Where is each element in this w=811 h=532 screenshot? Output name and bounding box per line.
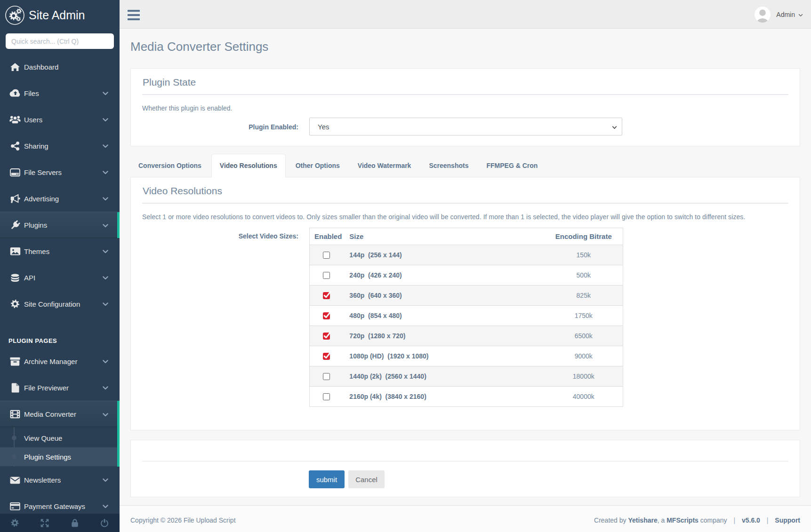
users-icon (9, 115, 21, 124)
plugin-state-title: Plugin State (142, 74, 788, 95)
resolution-size: 720p (1280 x 720) (349, 332, 405, 340)
support-link[interactable]: Support (775, 516, 800, 524)
gears-logo-icon (5, 6, 24, 25)
resolution-checkbox[interactable] (323, 373, 330, 380)
table-row: 480p (854 x 480)1750k (310, 306, 623, 326)
sidebar-item-advertising[interactable]: Advertising (0, 185, 120, 212)
tab-screenshots[interactable]: Screenshots (421, 154, 476, 177)
sidebar-menu: Dashboard Files Users Sharing File Serve… (0, 54, 120, 519)
settings-icon[interactable] (0, 514, 30, 532)
sidebar-item-dashboard[interactable]: Dashboard (0, 54, 120, 80)
sidebar-item-newsletters[interactable]: Newsletters (0, 467, 120, 493)
sidebar-item-users[interactable]: Users (0, 106, 120, 133)
resolution-size: 240p (426 x 240) (349, 271, 401, 279)
tab-video-watermark[interactable]: Video Watermark (350, 154, 419, 177)
video-sizes-table: Enabled Size Encoding Bitrate 144p (256 … (309, 228, 623, 407)
menu-toggle-icon[interactable] (128, 10, 140, 20)
actions-panel: submit Cancel (130, 440, 800, 497)
credits-text: Created by Yetishare, a MFScripts compan… (594, 516, 800, 524)
database-icon (9, 274, 21, 282)
chevron-down-icon (103, 300, 108, 308)
cancel-button[interactable]: Cancel (348, 470, 385, 488)
plug-icon (9, 220, 21, 230)
cloud-upload-icon (9, 89, 21, 97)
home-icon (9, 63, 21, 71)
fullscreen-icon[interactable] (30, 514, 60, 532)
table-row: 2160p (4k) (3840 x 2160)40000k (310, 387, 623, 407)
table-row: 1440p (2k) (2560 x 1440)18000k (310, 366, 623, 387)
sidebar-item-plugins[interactable]: Plugins (0, 212, 120, 238)
chevron-down-icon (103, 221, 108, 230)
resolution-checkbox[interactable] (323, 393, 330, 400)
lock-icon[interactable] (60, 514, 90, 532)
video-resolutions-description: Select 1 or more video resolutions to co… (142, 213, 788, 221)
sidebar-item-api[interactable]: API (0, 264, 120, 291)
chevron-down-icon (103, 502, 108, 510)
sidebar-item-file-previewer[interactable]: File Previewer (0, 374, 120, 401)
brand[interactable]: Site Admin (0, 0, 120, 30)
brand-title: Site Admin (29, 8, 85, 22)
video-resolutions-panel: Video Resolutions Select 1 or more video… (130, 177, 800, 430)
chevron-down-icon (103, 410, 108, 419)
resolution-checkbox[interactable] (323, 252, 330, 259)
plugin-enabled-label: Plugin Enabled: (142, 118, 309, 135)
table-row: 240p (426 x 240)500k (310, 265, 623, 286)
mfscripts-link[interactable]: MFScripts (666, 516, 699, 524)
tab-conversion-options[interactable]: Conversion Options (130, 154, 209, 177)
footer: Copyright © 2026 File Upload Script Crea… (120, 505, 811, 532)
resolution-checkbox[interactable] (323, 272, 330, 279)
sidebar-item-themes[interactable]: Themes (0, 238, 120, 264)
chevron-down-icon (103, 194, 108, 203)
resolution-checkbox[interactable] (323, 353, 330, 360)
resolution-bitrate: 40000k (545, 387, 623, 407)
envelope-icon (9, 476, 21, 484)
avatar (755, 7, 771, 23)
submit-button[interactable]: submit (309, 470, 345, 488)
sidebar-subitem-view-queue[interactable]: View Queue (0, 429, 120, 447)
resolution-bitrate: 18000k (545, 366, 623, 387)
power-icon[interactable] (90, 514, 120, 532)
table-row: 1080p (HD) (1920 x 1080)9000k (310, 346, 623, 366)
sidebar-item-media-converter[interactable]: Media Converter (0, 401, 120, 427)
plugin-enabled-select[interactable]: Yes (309, 118, 622, 135)
resolution-bitrate: 500k (545, 265, 623, 286)
column-enabled: Enabled (310, 228, 346, 245)
resolution-bitrate: 6500k (545, 326, 623, 346)
user-menu[interactable]: Admin (755, 0, 803, 29)
gear-icon (9, 299, 21, 309)
topbar: Admin (120, 0, 811, 29)
settings-tabs: Conversion Options Video Resolutions Oth… (130, 154, 800, 177)
image-icon (9, 247, 21, 255)
search-input[interactable] (6, 33, 114, 49)
plugin-state-help: Whether this plugin is enabled. (142, 104, 788, 112)
archive-icon (9, 357, 21, 366)
sidebar-subitem-plugin-settings[interactable]: Plugin Settings (0, 447, 120, 466)
table-header-row: Enabled Size Encoding Bitrate (310, 228, 623, 245)
chevron-down-icon (103, 142, 108, 150)
tab-video-resolutions[interactable]: Video Resolutions (211, 154, 286, 177)
select-video-sizes-label: Select Video Sizes: (142, 228, 309, 407)
bullhorn-icon (9, 194, 21, 203)
resolution-checkbox[interactable] (323, 292, 330, 299)
resolution-size: 360p (640 x 360) (349, 292, 401, 299)
resolution-size: 144p (256 x 144) (349, 251, 401, 259)
table-row: 720p (1280 x 720)6500k (310, 326, 623, 346)
resolution-checkbox[interactable] (323, 312, 330, 319)
sidebar-item-archive-manager[interactable]: Archive Manager (0, 348, 120, 374)
main-area: Admin Media Converter Settings Plugin St… (120, 0, 811, 532)
sidebar-item-files[interactable]: Files (0, 80, 120, 106)
tab-other-options[interactable]: Other Options (288, 154, 348, 177)
chevron-down-icon (103, 115, 108, 124)
chevron-down-icon (103, 168, 108, 176)
sidebar-item-sharing[interactable]: Sharing (0, 133, 120, 159)
sidebar-item-file-servers[interactable]: File Servers (0, 159, 120, 185)
chevron-down-icon (103, 476, 108, 484)
tab-ffmpeg-cron[interactable]: FFMPEG & Cron (478, 154, 546, 177)
credit-card-icon (9, 502, 21, 510)
sidebar-item-site-configuration[interactable]: Site Configuration (0, 291, 120, 317)
hdd-icon (9, 168, 21, 177)
table-row: 144p (256 x 144)150k (310, 245, 623, 265)
section-label-plugin-pages: PLUGIN PAGES (8, 337, 120, 344)
yetishare-link[interactable]: Yetishare (628, 516, 657, 524)
resolution-checkbox[interactable] (323, 333, 330, 340)
